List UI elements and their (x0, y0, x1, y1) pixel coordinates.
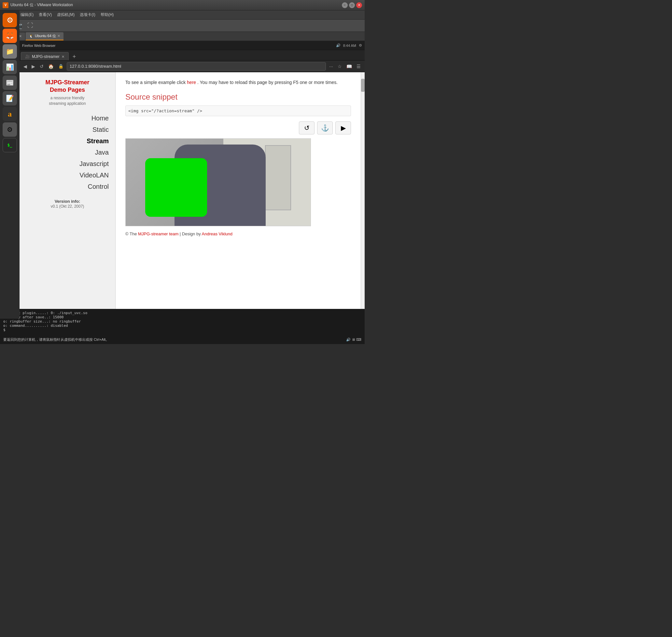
taskbar-files-icon[interactable]: 📁 (3, 44, 17, 59)
menu-view[interactable]: 查看(V) (39, 12, 52, 18)
terminal-line-1: o: input plugin.....: 0: ./input_uvc.so (3, 311, 361, 315)
anchor-button[interactable]: ⚓ (317, 122, 333, 134)
terminal-prompt: $ (3, 328, 361, 332)
sidebar: MJPG-Streamer Demo Pages a ressource fri… (20, 72, 115, 337)
taskbar-sheets-icon[interactable]: 📊 (3, 60, 17, 74)
footer-team-link[interactable]: MJPG-streamer team (138, 232, 178, 236)
sidebar-item-static[interactable]: Static (23, 124, 112, 135)
taskbar-impress-icon[interactable]: 📰 (3, 75, 17, 90)
play-icon: ▶ (341, 124, 346, 132)
minimize-button[interactable]: − (342, 2, 348, 8)
room-door (265, 145, 291, 210)
system-bar-text: 要返回到您的计算机，请将鼠标指针从虚拟机中移出或按 Ctrl+Alt。 (3, 337, 109, 342)
section-title: Source snippet (125, 92, 351, 102)
menu-vm[interactable]: 虚拟机(M) (57, 12, 75, 18)
sidebar-item-home[interactable]: Home (23, 113, 112, 124)
network-icon: 🔊 (336, 43, 341, 48)
reload-button[interactable]: ↺ (38, 63, 45, 70)
sidebar-logo: MJPG-Streamer Demo Pages (45, 79, 89, 94)
taskbar-text-icon[interactable]: 📝 (3, 91, 17, 106)
terminal-line-4: o: command..........: disabled (3, 324, 361, 328)
scrollbar-thumb[interactable] (361, 79, 365, 92)
vmware-toolbar: ⏸ 📷 ⛶ (0, 20, 365, 32)
time-display: 8:44 AM (343, 43, 356, 48)
terminal-line-3: o: ringbuffer size...: no ringbuffer (3, 319, 361, 324)
tab-ubuntu[interactable]: 🐧 Ubuntu 64 位 ✕ (26, 32, 63, 40)
sidebar-version: Version info: v0.1 (Okt 22, 2007) (51, 199, 84, 208)
sidebar-item-videolan[interactable]: VideoLAN (23, 169, 112, 181)
terminal-area: o: input plugin.....: 0: ./input_uvc.so … (0, 309, 365, 335)
home-button[interactable]: 🏠 (47, 63, 55, 70)
tab-ubuntu-label: Ubuntu 64 位 (35, 34, 56, 38)
stream-image (125, 138, 311, 226)
firefox-tab-close[interactable]: ✕ (61, 55, 65, 59)
ubuntu-tab-icon: 🐧 (29, 34, 34, 38)
intro-paragraph: To see a simple example click here . You… (125, 79, 351, 86)
more-button[interactable]: ··· (328, 63, 334, 70)
system-icons: 🔊 🖥 ⌨ (346, 338, 361, 342)
firefox-header: Firefox Web Browser 🔊 8:44 AM ⚙ (20, 41, 365, 50)
fullscreen-button[interactable]: ⛶ (26, 21, 35, 30)
sidebar-item-java[interactable]: Java (23, 147, 112, 158)
firefox-status-area: 🔊 8:44 AM ⚙ (336, 43, 362, 48)
sidebar-logo-line2: Demo Pages (50, 87, 85, 93)
tab-favicon: 🎥 (25, 54, 30, 59)
footer-designer-link[interactable]: Andreas Viklund (202, 232, 233, 236)
sidebar-item-javascript[interactable]: Javascript (23, 158, 112, 169)
back-button[interactable]: ◀ (22, 63, 28, 70)
firefox-tab-label: MJPG-streamer (32, 54, 59, 59)
taskbar-settings-icon[interactable]: ⚙ (3, 122, 17, 137)
vmware-tabbar: 🏠 主页 ✕ 🐧 Ubuntu 64 位 ✕ (0, 32, 365, 41)
taskbar-terminal-icon[interactable]: $_ (3, 138, 17, 152)
firefox-tab-mjpg[interactable]: 🎥 MJPG-streamer ✕ (21, 52, 69, 60)
sidebar-subtitle: a ressource friendlystreaming applicatio… (49, 95, 86, 106)
menu-edit[interactable]: 编辑(E) (20, 12, 34, 18)
version-value: v0.1 (Okt 22, 2007) (51, 204, 84, 208)
image-controls: ↺ ⚓ ▶ (125, 122, 351, 134)
version-label: Version info: (55, 199, 80, 204)
footer-middle: | Design by (180, 232, 202, 236)
ubuntu-taskbar: ⊙ 🦊 📁 📊 📰 📝 a ⚙ $_ (0, 11, 20, 318)
firefox-header-title: Firefox Web Browser (22, 43, 336, 48)
bookmark-button[interactable]: ☆ (336, 63, 343, 70)
vmware-title: Ubuntu 64 位 - VMware Workstation (11, 2, 342, 8)
taskbar-ubuntu-icon[interactable]: ⊙ (3, 13, 17, 28)
menu-button[interactable]: ☰ (355, 63, 362, 70)
intro-text-after: . You may have to reload this page by pr… (197, 80, 338, 85)
page-footer: © The MJPG-streamer team | Design by And… (125, 232, 351, 236)
menu-tab[interactable]: 选项卡(I) (80, 12, 95, 18)
refresh-icon: ↺ (304, 124, 310, 132)
main-content: To see a simple example click here . You… (115, 72, 361, 337)
code-snippet: <img src="/?action=stream" /> (125, 106, 351, 116)
play-button[interactable]: ▶ (335, 122, 351, 134)
tab-ubuntu-close[interactable]: ✕ (57, 34, 60, 38)
security-icon: 🔒 (58, 64, 63, 69)
sidebar-item-control[interactable]: Control (23, 181, 112, 193)
settings-icon: ⚙ (359, 43, 362, 48)
firefox-tabstrip: 🎥 MJPG-streamer ✕ + (20, 50, 365, 60)
reader-mode-button[interactable]: 📖 (345, 63, 353, 70)
refresh-button[interactable]: ↺ (299, 122, 314, 134)
new-tab-button[interactable]: + (70, 53, 79, 60)
vmware-titlebar: V Ubuntu 64 位 - VMware Workstation − □ ✕ (0, 0, 365, 11)
green-privacy-overlay (145, 158, 207, 217)
taskbar-firefox-icon[interactable]: 🦊 (3, 29, 17, 43)
url-bar[interactable] (67, 62, 326, 71)
menu-help[interactable]: 帮助(H) (101, 12, 114, 18)
window-controls: − □ ✕ (342, 2, 362, 8)
browser-content-area: MJPG-Streamer Demo Pages a ressource fri… (20, 72, 365, 337)
intro-link-here[interactable]: here (187, 80, 196, 85)
taskbar-amazon-icon[interactable]: a (3, 107, 17, 121)
maximize-button[interactable]: □ (349, 2, 355, 8)
close-button[interactable]: ✕ (356, 2, 362, 8)
intro-text-before: To see a simple example click (125, 80, 187, 85)
anchor-icon: ⚓ (321, 124, 329, 132)
vmware-menubar: 文件(F) 编辑(E) 查看(V) 虚拟机(M) 选项卡(I) 帮助(H) (0, 11, 365, 20)
scrollbar[interactable] (361, 72, 365, 337)
forward-button[interactable]: ▶ (30, 63, 36, 70)
system-bottom-bar: 要返回到您的计算机，请将鼠标指针从虚拟机中移出或按 Ctrl+Alt。 🔊 🖥 … (0, 335, 365, 344)
firefox-navbar: ◀ ▶ ↺ 🏠 🔒 ··· ☆ 📖 ☰ (20, 60, 365, 72)
sidebar-nav: Home Static Stream Java Javascript Video… (23, 113, 112, 193)
vmware-icon: V (3, 2, 8, 8)
sidebar-item-stream[interactable]: Stream (23, 135, 112, 147)
